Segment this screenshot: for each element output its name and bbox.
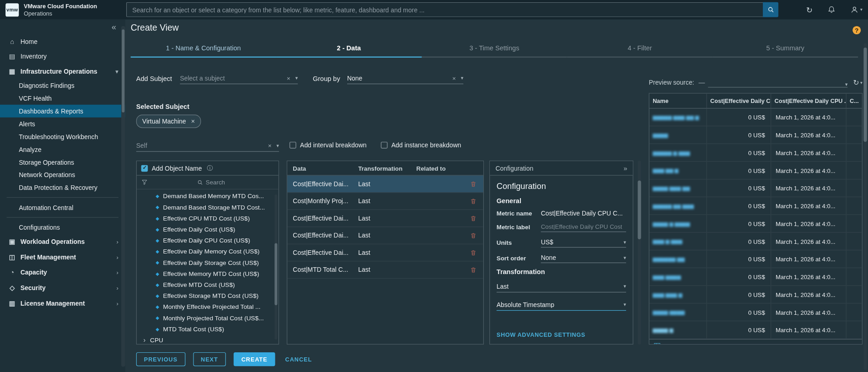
delete-row-icon[interactable] — [470, 180, 477, 188]
sidebar-item-inventory[interactable]: ▤Inventory — [0, 49, 125, 64]
data-row[interactable]: Cost|Monthly Proj... Last — [287, 193, 483, 210]
collapse-panel-icon[interactable]: » — [623, 164, 627, 172]
metric-tree-item[interactable]: ◆Effective Daily Cost (US$) — [137, 224, 279, 235]
refresh-icon[interactable]: ↻ — [806, 5, 813, 14]
sidebar-item-infrastructure-operations[interactable]: ▦Infrastructure Operations▾ — [0, 64, 125, 79]
clear-icon[interactable]: × — [451, 75, 457, 81]
add-interval-breakdown-checkbox[interactable]: Add interval breakdown — [289, 142, 366, 149]
info-icon[interactable]: ⓘ — [207, 164, 213, 172]
relationship-select[interactable]: Self × ▾ — [136, 140, 279, 152]
subject-chip-virtual-machine[interactable]: Virtual Machine × — [136, 115, 201, 128]
preview-row[interactable]: ▆▆▆▆ ▆▆▆▆ 0 US$ March 1, 2026 at 4:0... — [649, 303, 862, 321]
metric-label-input[interactable]: Cost|Effective Daily CPU Cost — [541, 221, 626, 232]
tree-scrollbar[interactable] — [274, 194, 277, 340]
add-object-name-checkbox[interactable] — [141, 165, 148, 172]
column-header-data[interactable]: Data — [287, 165, 358, 172]
preview-row[interactable]: ▆▆▆ ▆▆▆▆ 0 US$ March 1, 2026 at 4:0... — [649, 268, 862, 286]
sidebar-item-diagnostic-findings[interactable]: Diagnostic Findings — [0, 79, 125, 92]
data-row[interactable]: Cost|Effective Dai... Last — [287, 176, 483, 193]
sidebar-item-workload-operations[interactable]: ▣Workload Operations› — [0, 234, 125, 249]
preview-column-header-0[interactable]: Name — [649, 94, 707, 108]
metric-tree-item[interactable]: ◆Effective Memory MTD Cost (US$) — [137, 268, 279, 279]
metric-tree-item[interactable]: ◆Effective Daily Memory Cost (US$) — [137, 246, 279, 257]
sidebar-item-vcf-health[interactable]: VCF Health — [0, 92, 125, 105]
user-menu[interactable]: ▾ — [850, 5, 863, 14]
sidebar-item-network-operations[interactable]: Network Operations — [0, 168, 125, 181]
search-button[interactable] — [763, 2, 778, 17]
object-name-link[interactable]: ▆▆▆ ▆▆ ▆ — [653, 167, 678, 173]
wizard-step-3-time-settings[interactable]: 3 - Time Settings — [422, 44, 567, 58]
sidebar-collapse-button[interactable]: « — [0, 19, 125, 33]
units-select[interactable]: US$ ▾ — [541, 237, 626, 248]
wizard-step-2-data[interactable]: 2 - Data — [276, 44, 422, 58]
object-name-link[interactable]: ▆▆▆▆▆ ▆▆▆ ▆▆ ▆ — [653, 114, 699, 120]
data-row[interactable]: Cost|MTD Total C... Last — [287, 261, 483, 279]
data-row[interactable]: Cost|Effective Dai... Last — [287, 244, 483, 262]
metric-tree-item[interactable]: ◆Effective Daily Storage Cost (US$) — [137, 257, 279, 268]
global-search-input[interactable] — [126, 2, 763, 17]
scrollbar-thumb[interactable] — [122, 29, 124, 113]
middle-scrollbar[interactable] — [638, 161, 641, 345]
remove-chip-icon[interactable]: × — [191, 118, 195, 125]
metric-tree-item[interactable]: ◆MTD Total Cost (US$) — [137, 323, 279, 334]
data-row[interactable]: Cost|Effective Dai... Last — [287, 227, 483, 244]
sidebar-scrollbar[interactable] — [121, 26, 125, 367]
object-name-link[interactable]: ▆▆▆▆▆ ▆ ▆▆▆ — [653, 150, 690, 155]
data-row[interactable]: Cost|Effective Dai... Last — [287, 210, 483, 227]
sidebar-item-security[interactable]: ◇Security› — [0, 280, 125, 296]
object-name-link[interactable]: ▆▆▆ ▆▆▆▆ — [653, 274, 681, 280]
preview-row[interactable]: ▆▆▆ ▆▆▆ ▆ 0 US$ March 1, 2026 at 4:0... — [649, 286, 862, 304]
metric-tree-item[interactable]: ◆Demand Based Memory MTD Cos... — [137, 190, 279, 201]
clear-icon[interactable]: × — [286, 75, 292, 81]
column-header-transformation[interactable]: Transformation — [358, 165, 416, 172]
object-name-link[interactable]: ▆▆▆▆ — [653, 132, 668, 138]
show-advanced-settings-link[interactable]: SHOW ADVANCED SETTINGS — [497, 331, 585, 338]
metric-tree-item[interactable]: ◆Effective CPU MTD Cost (US$) — [137, 213, 279, 224]
metric-tree-group-cpu[interactable]: ›CPU — [137, 334, 279, 345]
metric-tree-item[interactable]: ◆Effective Storage MTD Cost (US$) — [137, 290, 279, 301]
scrollbar-thumb[interactable] — [863, 48, 867, 142]
metric-tree-item[interactable]: ◆Demand Based Storage MTD Cost... — [137, 202, 279, 213]
object-name-link[interactable]: ▆▆▆▆▆ ▆▆ ▆▆▆ — [653, 203, 694, 209]
preview-row[interactable]: ▆▆▆▆▆ ▆ ▆▆▆ 0 US$ March 1, 2026 at 4:0..… — [649, 144, 862, 162]
sidebar-item-configurations[interactable]: Configurations — [0, 221, 125, 234]
metric-tree-item[interactable]: ◆Effective Daily CPU Cost (US$) — [137, 235, 279, 246]
transformation-select[interactable]: Last ▾ — [497, 281, 626, 292]
preview-row[interactable]: ▆▆▆▆ ▆ ▆▆▆▆ 0 US$ March 1, 2026 at 4:0..… — [649, 215, 862, 233]
group-by-select[interactable]: None × ▾ — [347, 72, 463, 84]
delete-row-icon[interactable] — [470, 232, 477, 239]
refresh-preview-icon[interactable]: ↻ — [853, 78, 859, 86]
metric-tree-item[interactable]: ◆Effective MTD Cost (US$) — [137, 279, 279, 290]
help-icon[interactable]: ? — [852, 26, 861, 34]
preview-row[interactable]: ▆▆▆▆▆▆ ▆▆ 0 US$ March 1, 2026 at 4:0... — [649, 250, 862, 268]
filter-icon[interactable] — [141, 179, 148, 186]
sidebar-item-license-management[interactable]: ▥License Management› — [0, 296, 125, 311]
sidebar-item-capacity[interactable]: ◔Capacity› — [0, 265, 125, 280]
preview-row[interactable]: ▆▆▆▆ ▆ 0 US$ March 1, 2026 at 4:0... — [649, 321, 862, 339]
sidebar-item-data-protection-recovery[interactable]: Data Protection & Recovery — [0, 181, 125, 194]
preview-row[interactable]: ▆▆▆ ▆▆ ▆ 0 US$ March 1, 2026 at 4:0... — [649, 162, 862, 179]
preview-row[interactable]: ▆▆▆▆ ▆▆▆ ▆▆ 0 US$ March 1, 2026 at 4:0..… — [649, 179, 862, 197]
sidebar-item-troubleshooting-workbench[interactable]: Troubleshooting Workbench — [0, 130, 125, 143]
sidebar-item-storage-operations[interactable]: Storage Operations — [0, 156, 125, 168]
right-scrollbar[interactable] — [863, 43, 867, 370]
wizard-step-4-filter[interactable]: 4 - Filter — [567, 44, 713, 58]
add-subject-select[interactable]: Select a subject × ▾ — [180, 72, 298, 84]
delete-row-icon[interactable] — [470, 198, 477, 205]
sidebar-item-fleet-management[interactable]: ◫Fleet Management› — [0, 249, 125, 265]
cancel-button[interactable]: CANCEL — [283, 352, 314, 366]
notifications-bell-icon[interactable] — [828, 5, 836, 14]
object-name-link[interactable]: ▆▆▆ ▆▆▆ ▆ — [653, 291, 682, 297]
scrollbar-thumb[interactable] — [274, 243, 277, 305]
timestamp-select[interactable]: Absolute Timestamp ▾ — [497, 299, 626, 311]
sort-order-select[interactable]: None ▾ — [541, 253, 626, 263]
metric-tree-item[interactable]: ◆Monthly Effective Projected Total ... — [137, 302, 279, 313]
object-name-link[interactable]: ▆▆▆▆▆▆ ▆▆ — [653, 256, 685, 262]
sidebar-item-analyze[interactable]: Analyze — [0, 143, 125, 156]
next-button[interactable]: NEXT — [193, 352, 226, 366]
preview-row[interactable]: ▆▆▆▆ 0 US$ March 1, 2026 at 4:0... — [649, 126, 862, 144]
sidebar-item-dashboards-reports[interactable]: Dashboards & Reports — [0, 105, 125, 118]
preview-column-header-1[interactable]: Cost|Effective Daily CPU ... — [707, 94, 771, 108]
metric-tree-item[interactable]: ◆Monthly Projected Total Cost (US$... — [137, 313, 279, 323]
add-instance-breakdown-checkbox[interactable]: Add instance breakdown — [381, 142, 461, 149]
